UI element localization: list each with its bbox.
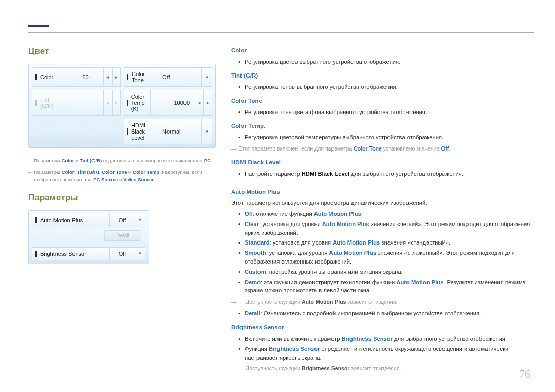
dash-note: Доступность функции Brightness Sensor за… (231, 365, 534, 373)
footnote-keyword: Color Temp. (133, 169, 161, 175)
heading-hdmibl: HDMI Black Level (231, 158, 534, 167)
tint-spinner: ◄ ► (104, 90, 121, 116)
colortemp-spinner[interactable]: ◄ ► (195, 90, 212, 116)
chevron-right-icon: ► (112, 90, 120, 115)
hdmibl-label-text: HDMI Black Level (131, 122, 154, 141)
colortone-value[interactable]: Off (157, 67, 202, 87)
footnote-keyword: Tint (G/R) (77, 169, 99, 175)
footnote-keyword: Tint (G/R) (80, 158, 102, 163)
bullet: Clear: установка для уровня Auto Motion … (231, 220, 534, 237)
tint-value (68, 90, 104, 116)
heading-colortemp: Color Temp. (231, 122, 534, 130)
footnote-keyword: PC (204, 158, 211, 163)
bullet: Demo: эта функция демонстрирует технолог… (231, 278, 534, 295)
paragraph: Этот параметр используется для просмотра… (231, 199, 534, 208)
bullet: Регулировка цветов выбранного устройства… (231, 58, 534, 66)
keyword: Auto Motion Plus (332, 239, 380, 246)
keyword: Brightness Sensor (302, 365, 349, 371)
heading-colortone: Color Tone (231, 97, 534, 105)
footnote-keyword: Color (62, 158, 75, 163)
chevron-down-icon[interactable]: ▼ (202, 67, 212, 87)
bullet: Регулировка цветовой температуры выбранн… (231, 133, 534, 142)
hdmibl-label: HDMI Black Level (124, 119, 157, 144)
bs-label: Brightness Sensor (32, 247, 109, 260)
header-rule (28, 32, 534, 33)
keyword: Smooth (245, 250, 266, 256)
chevron-down-icon[interactable]: ▼ (135, 214, 145, 227)
bullet: Smooth: установка для уровня Auto Motion… (231, 249, 534, 266)
footnote-keyword: Color Tone (102, 169, 127, 175)
amp-label: Auto Motion Plus (32, 214, 109, 227)
heading-tint: Tint (G/R) (231, 71, 534, 80)
colortemp-value[interactable]: 10000 (150, 90, 195, 116)
footnote-keyword: Video Source (123, 177, 155, 182)
right-column: Color Регулировка цветов выбранного устр… (231, 46, 534, 376)
bullet: Функция Brightness Sensor определяет инт… (231, 345, 534, 362)
section-title-color: Цвет (28, 46, 216, 57)
section-title-options: Параметры (28, 193, 216, 203)
chevron-down-icon[interactable]: ▼ (202, 119, 212, 144)
footnote-text: Параметры (34, 158, 61, 163)
colortone-label-text: Color Tone (132, 71, 154, 83)
keyword: Detail (245, 310, 260, 316)
colortemp-label: Color Temp (K) (124, 90, 151, 116)
bullet: Регулировка тона цвета фона выбранного у… (231, 108, 534, 117)
page-number: 76 (519, 367, 530, 381)
bullet: Регулировка тонов выбранного устройства … (231, 83, 534, 91)
keyword: Clear (245, 221, 259, 227)
keyword: Demo (245, 279, 261, 285)
dash-note: Этот параметр включен, если для параметр… (231, 145, 534, 153)
keyword: Off (441, 145, 449, 152)
header-accent-bar (28, 25, 49, 27)
color-label: Color (32, 67, 68, 87)
footnote-1: Параметры Color и Tint (G/R) недоступны,… (28, 157, 216, 164)
keyword: Brightness Sensor (342, 335, 393, 342)
color-panel: Color 50 ◄ ► Color Tone Off ▼ Tint (G/R) (28, 64, 216, 148)
tint-label-text: Tint (G/R) (40, 97, 65, 109)
keyword: HDMI Black Level (302, 171, 349, 177)
color-value[interactable]: 50 (68, 67, 104, 87)
options-panel: Auto Motion Plus Off ▼ Detail Brightness… (28, 210, 149, 264)
keyword: Standard (245, 239, 270, 246)
chevron-down-icon[interactable]: ▼ (135, 247, 145, 260)
color-spinner[interactable]: ◄ ► (104, 67, 121, 87)
bullet: Включите или выключите параметр Brightne… (231, 334, 534, 343)
hdmibl-value[interactable]: Normal (157, 119, 202, 144)
heading-color: Color (231, 46, 534, 55)
keyword: Auto Motion Plus (396, 279, 443, 285)
bs-value[interactable]: Off (109, 247, 135, 260)
heading-bs: Brightness Sensor (231, 323, 534, 332)
footnote-keyword: PC Source (93, 177, 118, 182)
keyword: Auto Motion Plus (302, 298, 346, 305)
bullet: Настройте параметр HDMI Black Level для … (231, 170, 534, 178)
bs-label-text: Brightness Sensor (40, 251, 86, 257)
keyword: Color Tone (354, 145, 382, 152)
keyword: Auto Motion Plus (329, 250, 376, 256)
amp-label-text: Auto Motion Plus (40, 217, 83, 223)
color-label-text: Color (40, 74, 53, 80)
dash-note: Доступность функции Auto Motion Plus зав… (231, 298, 534, 306)
tint-label: Tint (G/R) (32, 90, 68, 116)
detail-button[interactable]: Detail (104, 230, 141, 241)
keyword: Auto Motion Plus (314, 211, 361, 217)
colortemp-label-text: Color Temp (K) (131, 94, 147, 112)
bullet: Custom: настройка уровня выгорания или м… (231, 268, 534, 276)
bullet: Standard: установка для уровня Auto Moti… (231, 238, 534, 247)
chevron-left-icon[interactable]: ◄ (104, 68, 112, 86)
heading-amp: Auto Motion Plus (231, 188, 534, 196)
keyword: Brightness Sensor (269, 346, 320, 352)
footnote-keyword: Color (62, 169, 75, 175)
bullet: Off: отключение функции Auto Motion Plus… (231, 210, 534, 218)
keyword: Auto Motion Plus (322, 221, 369, 227)
chevron-right-icon[interactable]: ► (203, 90, 212, 115)
chevron-right-icon[interactable]: ► (112, 68, 120, 86)
colortone-label: Color Tone (124, 67, 157, 87)
footnote-2: Параметры Color, Tint (G/R), Color Tone … (28, 169, 216, 183)
chevron-left-icon[interactable]: ◄ (195, 90, 203, 115)
chevron-left-icon: ◄ (104, 90, 112, 115)
bullet: Detail: Ознакомьтесь с подробной информа… (231, 309, 534, 318)
amp-value[interactable]: Off (109, 214, 135, 227)
keyword: Custom (245, 269, 266, 275)
keyword: Off (245, 211, 253, 217)
left-column: Цвет Color 50 ◄ ► Color Tone Off ▼ (28, 46, 216, 376)
